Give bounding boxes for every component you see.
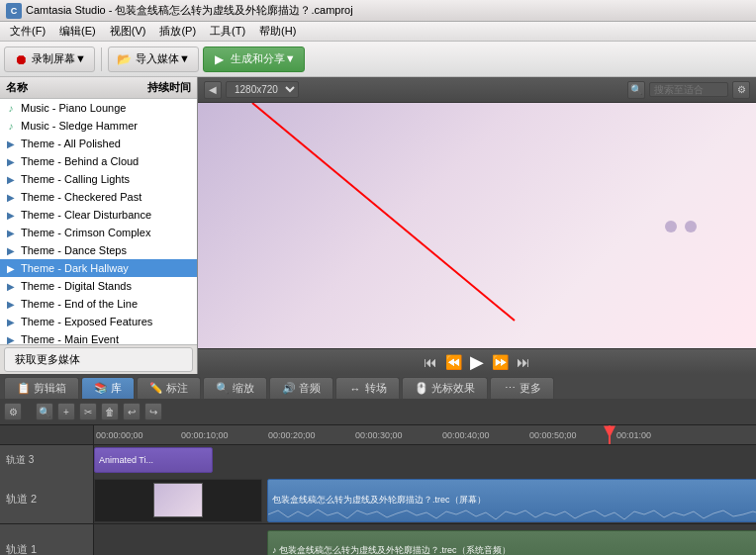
menu-play[interactable]: 插放(P) bbox=[153, 22, 202, 41]
theme-icon: ▶ bbox=[4, 279, 18, 293]
music-icon: ♪ bbox=[4, 101, 18, 115]
track-2-row: 轨道 2 包装盒线稿怎么转为虚线及外轮廓描边？.trec（屏幕） bbox=[0, 475, 756, 525]
audio-icon: 🔊 bbox=[282, 382, 296, 396]
list-item[interactable]: ▶ Theme - Checkered Past bbox=[0, 188, 197, 206]
app-icon: C bbox=[6, 3, 22, 19]
redo-button[interactable]: ↪ bbox=[144, 403, 162, 420]
track-3-clip[interactable]: Animated Ti... bbox=[94, 447, 213, 473]
annotation-icon: ✏️ bbox=[149, 382, 163, 396]
get-more-media-tooltip: 获取更多媒体 bbox=[4, 347, 193, 372]
tab-annotation[interactable]: ✏️ 标注 bbox=[137, 377, 201, 399]
preview-controls: ⏮ ⏪ ▶ ⏩ ⏭ bbox=[198, 348, 756, 374]
preview-circles bbox=[665, 221, 697, 232]
delete-button[interactable]: 🗑 bbox=[101, 403, 119, 420]
theme-icon: ▶ bbox=[4, 243, 18, 257]
import-media-button[interactable]: 📂 导入媒体▼ bbox=[108, 46, 199, 72]
tab-transition[interactable]: ↔️ 转场 bbox=[335, 377, 400, 399]
list-item[interactable]: ♪ Music - Sledge Hammer bbox=[0, 117, 197, 135]
timecode-6: 00:01:00 bbox=[616, 425, 651, 443]
preview-back-button[interactable]: ◀ bbox=[204, 81, 222, 99]
import-icon: 📂 bbox=[117, 51, 133, 67]
list-item[interactable]: ▶ Theme - Behind a Cloud bbox=[0, 152, 197, 170]
preview-content bbox=[198, 103, 756, 348]
list-item[interactable]: ▶ Theme - Crimson Complex bbox=[0, 224, 197, 241]
more-icon: ⋯ bbox=[503, 382, 517, 396]
list-item[interactable]: ▶ Theme - Main Event bbox=[0, 330, 197, 344]
circle-1 bbox=[665, 221, 677, 232]
track-2-content[interactable]: 包装盒线稿怎么转为虚线及外轮廓描边？.trec（屏幕） bbox=[94, 475, 756, 524]
share-icon: ▶ bbox=[212, 51, 228, 67]
preview-panel: ◀ 1280x720 🔍 ⚙ ⏮ bbox=[198, 77, 756, 374]
preview-area bbox=[198, 103, 756, 348]
zoom-in-button[interactable]: 🔍 bbox=[36, 403, 53, 420]
list-item[interactable]: ▶ Theme - Digital Stands bbox=[0, 277, 197, 295]
media-footer: 获取更多媒体 bbox=[0, 344, 197, 374]
timeline-header: 00:00:00;00 00:00:10;00 00:00:20;00 00:0… bbox=[0, 425, 756, 444]
share-button[interactable]: ▶ 生成和分享▼ bbox=[203, 46, 305, 72]
menu-view[interactable]: 视图(V) bbox=[104, 22, 152, 41]
list-item[interactable]: ▶ Theme - Clear Disturbance bbox=[0, 206, 197, 224]
zoom-in-plus-button[interactable]: + bbox=[57, 403, 75, 420]
tab-more[interactable]: ⋯ 更多 bbox=[490, 377, 554, 399]
clip-tabs: 📋 剪辑箱 📚 库 ✏️ 标注 🔍 缩放 🔊 音频 ↔️ 转场 🖱️ 光标效果 … bbox=[0, 374, 756, 399]
playhead[interactable] bbox=[609, 425, 611, 443]
step-back-button[interactable]: ⏪ bbox=[443, 354, 464, 370]
zoom-icon: 🔍 bbox=[216, 382, 230, 396]
timecode-3: 00:00:30;00 bbox=[355, 425, 403, 443]
track-3-content[interactable]: Animated Ti... bbox=[94, 445, 756, 475]
list-item[interactable]: ▶ Theme - Exposed Features bbox=[0, 313, 197, 330]
skip-to-end-button[interactable]: ⏭ bbox=[515, 354, 532, 370]
track-2-thumbnail bbox=[94, 479, 262, 522]
menu-file[interactable]: 文件(F) bbox=[4, 22, 51, 41]
menu-bar: 文件(F) 编辑(E) 视图(V) 插放(P) 工具(T) 帮助(H) bbox=[0, 22, 756, 42]
theme-icon: ▶ bbox=[4, 208, 18, 222]
settings-button[interactable]: ⚙ bbox=[732, 81, 750, 99]
media-list[interactable]: ♪ Music - Piano Lounge ♪ Music - Sledge … bbox=[0, 99, 197, 344]
skip-to-start-button[interactable]: ⏮ bbox=[422, 354, 439, 370]
media-header: 名称 持续时间 bbox=[0, 77, 197, 99]
circle-2 bbox=[685, 221, 697, 232]
timeline-ruler[interactable]: 00:00:00;00 00:00:10;00 00:00:20;00 00:0… bbox=[94, 425, 756, 443]
menu-help[interactable]: 帮助(H) bbox=[253, 22, 302, 41]
track-3-row: 轨道 3 Animated Ti... bbox=[0, 445, 756, 475]
record-icon: ⏺ bbox=[13, 51, 29, 67]
cursor-effects-icon: 🖱️ bbox=[415, 382, 428, 396]
timecode-5: 00:00:50;00 bbox=[529, 425, 577, 443]
list-item[interactable]: ▶ Theme - Dance Steps bbox=[0, 241, 197, 259]
preview-toolbar: ◀ 1280x720 🔍 ⚙ bbox=[198, 77, 756, 103]
track-1-content[interactable]: ♪ 包装盒线稿怎么转为虚线及外轮廓描边？.trec（系统音频） bbox=[94, 524, 756, 555]
step-forward-button[interactable]: ⏩ bbox=[490, 354, 511, 370]
preview-search-input[interactable] bbox=[649, 82, 728, 97]
play-button[interactable]: ▶ bbox=[468, 351, 486, 373]
theme-icon: ▶ bbox=[4, 137, 18, 150]
zoom-out-button[interactable]: 🔍 bbox=[627, 81, 645, 99]
timecode-2: 00:00:20;00 bbox=[268, 425, 316, 443]
tab-clipbox[interactable]: 📋 剪辑箱 bbox=[4, 377, 79, 399]
track-2-clip[interactable]: 包装盒线稿怎么转为虚线及外轮廓描边？.trec（屏幕） bbox=[267, 479, 756, 522]
list-item[interactable]: ▶ Theme - Calling Lights bbox=[0, 170, 197, 188]
media-panel: 名称 持续时间 ♪ Music - Piano Lounge ♪ Music -… bbox=[0, 77, 198, 374]
playhead-top bbox=[604, 425, 615, 437]
list-item[interactable]: ▶ Theme - End of the Line bbox=[0, 295, 197, 313]
tab-audio[interactable]: 🔊 音频 bbox=[269, 377, 333, 399]
timecode-0: 00:00:00;00 bbox=[96, 425, 143, 443]
toolbar-separator-1 bbox=[101, 47, 102, 71]
split-button[interactable]: ✂ bbox=[79, 403, 97, 420]
record-screen-button[interactable]: ⏺ 录制屏幕▼ bbox=[4, 46, 95, 72]
list-item[interactable]: ▶ Theme - All Polished bbox=[0, 135, 197, 152]
settings-cog-button[interactable]: ⚙ bbox=[4, 403, 22, 420]
menu-tools[interactable]: 工具(T) bbox=[204, 22, 251, 41]
theme-icon: ▶ bbox=[4, 261, 18, 275]
list-item[interactable]: ♪ Music - Piano Lounge bbox=[0, 99, 197, 117]
resolution-select[interactable]: 1280x720 bbox=[226, 81, 299, 98]
tab-library[interactable]: 📚 库 bbox=[81, 377, 135, 399]
undo-button[interactable]: ↩ bbox=[123, 403, 141, 420]
timeline-label-column bbox=[0, 425, 94, 443]
tab-cursor-effects[interactable]: 🖱️ 光标效果 bbox=[402, 377, 488, 399]
timeline-controls-row: ⚙ 🔍 + ✂ 🗑 ↩ ↪ bbox=[0, 399, 756, 425]
track-1-clip[interactable]: ♪ 包装盒线稿怎么转为虚线及外轮廓描边？.trec（系统音频） bbox=[267, 530, 756, 555]
menu-edit[interactable]: 编辑(E) bbox=[53, 22, 102, 41]
timecode-1: 00:00:10;00 bbox=[181, 425, 229, 443]
list-item-dark-hallway[interactable]: ▶ Theme - Dark Hallway bbox=[0, 259, 197, 277]
tab-zoom[interactable]: 🔍 缩放 bbox=[203, 377, 267, 399]
